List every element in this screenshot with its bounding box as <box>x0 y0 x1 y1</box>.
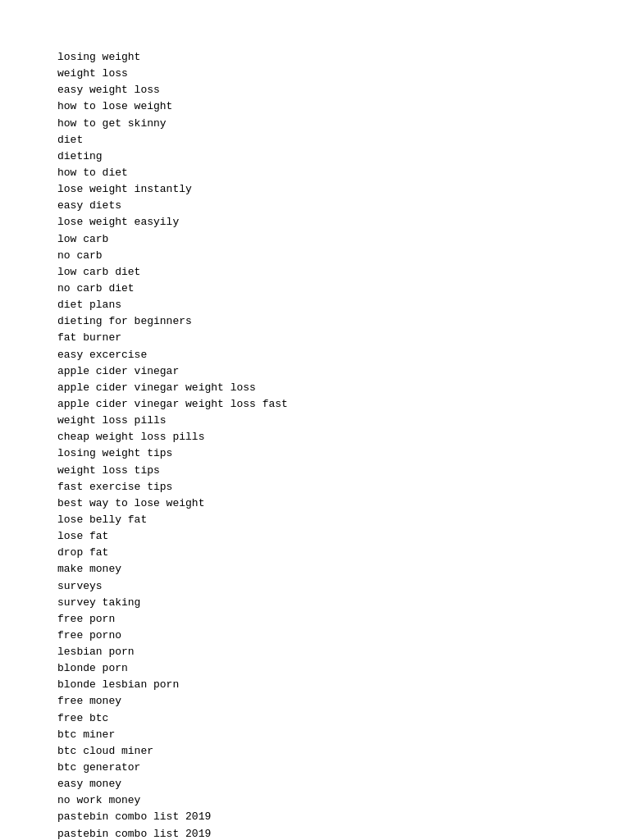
list-item: apple cider vinegar weight loss <box>57 380 573 396</box>
list-item: lose belly fat <box>57 512 573 528</box>
list-item: dieting for beginners <box>57 313 573 330</box>
list-item: no carb <box>57 248 573 264</box>
list-item: lose weight easyily <box>57 214 573 231</box>
list-item: btc cloud miner <box>57 743 573 760</box>
list-item: losing weight <box>57 49 573 66</box>
list-item: lose fat <box>57 528 573 545</box>
keyword-list: losing weightweight losseasy weight loss… <box>57 49 573 840</box>
list-item: losing weight tips <box>57 445 573 462</box>
list-item: easy diets <box>57 198 573 214</box>
list-item: apple cider vinegar weight loss fast <box>57 396 573 413</box>
list-item: pastebin combo list 2019 <box>57 809 573 825</box>
list-item: make money <box>57 561 573 578</box>
list-item: how to lose weight <box>57 98 573 115</box>
list-item: how to get skinny <box>57 116 573 132</box>
list-item: fast exercise tips <box>57 479 573 495</box>
list-item: surveys <box>57 578 573 595</box>
list-item: dieting <box>57 148 573 165</box>
list-item: apple cider vinegar <box>57 363 573 380</box>
list-item: drop fat <box>57 545 573 561</box>
list-item: btc generator <box>57 760 573 776</box>
list-item: how to diet <box>57 165 573 181</box>
list-item: low carb <box>57 231 573 248</box>
list-item: best way to lose weight <box>57 495 573 512</box>
list-item: btc miner <box>57 727 573 743</box>
list-item: weight loss pills <box>57 413 573 429</box>
list-item: weight loss <box>57 66 573 82</box>
list-item: easy excercise <box>57 347 573 363</box>
list-item: blonde lesbian porn <box>57 677 573 693</box>
list-item: pastebin combo list 2019 <box>57 826 573 840</box>
list-item: survey taking <box>57 595 573 611</box>
list-item: diet <box>57 132 573 148</box>
list-item: diet plans <box>57 297 573 313</box>
list-item: free porno <box>57 628 573 644</box>
list-item: fat burner <box>57 330 573 346</box>
list-item: free money <box>57 693 573 710</box>
list-item: no work money <box>57 792 573 809</box>
list-item: blonde porn <box>57 660 573 677</box>
list-item: lesbian porn <box>57 644 573 660</box>
list-item: free porn <box>57 611 573 628</box>
list-item: free btc <box>57 710 573 727</box>
list-item: cheap weight loss pills <box>57 429 573 445</box>
list-item: lose weight instantly <box>57 181 573 198</box>
list-item: easy weight loss <box>57 82 573 98</box>
list-item: low carb diet <box>57 264 573 281</box>
list-item: weight loss tips <box>57 463 573 479</box>
list-item: no carb diet <box>57 281 573 297</box>
list-item: easy money <box>57 776 573 792</box>
